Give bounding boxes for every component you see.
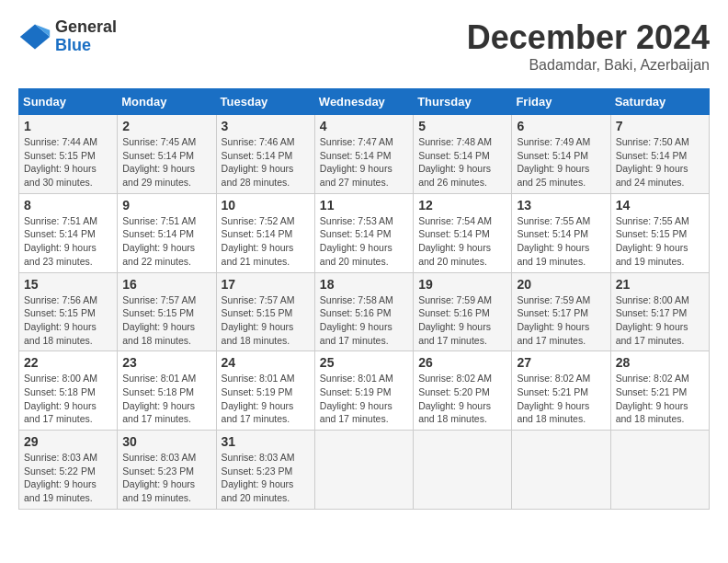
day-detail: Sunrise: 8:01 AM Sunset: 5:18 PM Dayligh… bbox=[122, 372, 210, 426]
table-row: 29 Sunrise: 8:03 AM Sunset: 5:22 PM Dayl… bbox=[19, 431, 118, 510]
day-detail: Sunrise: 8:01 AM Sunset: 5:19 PM Dayligh… bbox=[222, 372, 310, 426]
day-number: 10 bbox=[222, 198, 310, 213]
col-sunday: Sunday bbox=[19, 89, 118, 115]
calendar-week-row: 22 Sunrise: 8:00 AM Sunset: 5:18 PM Dayl… bbox=[19, 351, 710, 431]
day-number: 15 bbox=[24, 277, 112, 292]
day-number: 13 bbox=[517, 198, 605, 213]
day-detail: Sunrise: 8:02 AM Sunset: 5:21 PM Dayligh… bbox=[517, 372, 605, 426]
day-number: 16 bbox=[122, 277, 210, 292]
svg-marker-0 bbox=[20, 24, 50, 49]
day-detail: Sunrise: 7:55 AM Sunset: 5:15 PM Dayligh… bbox=[616, 214, 704, 269]
day-detail: Sunrise: 7:57 AM Sunset: 5:15 PM Dayligh… bbox=[222, 293, 310, 348]
table-row bbox=[314, 431, 413, 510]
day-number: 22 bbox=[24, 355, 112, 370]
day-number: 17 bbox=[222, 277, 310, 292]
table-row: 9 Sunrise: 7:51 AM Sunset: 5:14 PM Dayli… bbox=[118, 193, 216, 272]
day-number: 19 bbox=[418, 277, 506, 292]
day-number: 25 bbox=[320, 355, 408, 370]
day-detail: Sunrise: 7:47 AM Sunset: 5:14 PM Dayligh… bbox=[320, 135, 408, 190]
table-row: 25 Sunrise: 8:01 AM Sunset: 5:19 PM Dayl… bbox=[314, 351, 413, 431]
day-detail: Sunrise: 7:50 AM Sunset: 5:14 PM Dayligh… bbox=[616, 135, 704, 190]
table-row: 13 Sunrise: 7:55 AM Sunset: 5:14 PM Dayl… bbox=[512, 193, 610, 272]
table-row: 11 Sunrise: 7:53 AM Sunset: 5:14 PM Dayl… bbox=[314, 193, 413, 272]
calendar-week-row: 8 Sunrise: 7:51 AM Sunset: 5:14 PM Dayli… bbox=[19, 193, 710, 272]
table-row: 2 Sunrise: 7:45 AM Sunset: 5:14 PM Dayli… bbox=[118, 115, 216, 194]
day-number: 12 bbox=[418, 198, 506, 213]
table-row: 7 Sunrise: 7:50 AM Sunset: 5:14 PM Dayli… bbox=[610, 115, 709, 194]
day-detail: Sunrise: 7:45 AM Sunset: 5:14 PM Dayligh… bbox=[122, 135, 210, 190]
day-number: 26 bbox=[418, 355, 506, 370]
table-row bbox=[512, 431, 610, 510]
location-subtitle: Badamdar, Baki, Azerbaijan bbox=[467, 57, 710, 74]
day-detail: Sunrise: 7:56 AM Sunset: 5:15 PM Dayligh… bbox=[24, 293, 112, 348]
day-number: 7 bbox=[616, 119, 704, 133]
day-number: 21 bbox=[616, 277, 704, 292]
table-row: 14 Sunrise: 7:55 AM Sunset: 5:15 PM Dayl… bbox=[610, 193, 709, 272]
logo-icon bbox=[18, 20, 51, 53]
col-monday: Monday bbox=[118, 89, 216, 115]
table-row: 20 Sunrise: 7:59 AM Sunset: 5:17 PM Dayl… bbox=[512, 272, 610, 351]
day-number: 28 bbox=[616, 355, 704, 370]
day-detail: Sunrise: 7:51 AM Sunset: 5:14 PM Dayligh… bbox=[122, 214, 210, 269]
logo-general: General bbox=[55, 18, 117, 37]
table-row: 10 Sunrise: 7:52 AM Sunset: 5:14 PM Dayl… bbox=[216, 193, 314, 272]
day-detail: Sunrise: 8:02 AM Sunset: 5:20 PM Dayligh… bbox=[418, 372, 506, 426]
day-detail: Sunrise: 8:03 AM Sunset: 5:22 PM Dayligh… bbox=[24, 451, 112, 505]
table-row: 26 Sunrise: 8:02 AM Sunset: 5:20 PM Dayl… bbox=[414, 351, 512, 431]
table-row: 23 Sunrise: 8:01 AM Sunset: 5:18 PM Dayl… bbox=[118, 351, 216, 431]
day-detail: Sunrise: 7:53 AM Sunset: 5:14 PM Dayligh… bbox=[320, 214, 408, 269]
table-row: 22 Sunrise: 8:00 AM Sunset: 5:18 PM Dayl… bbox=[19, 351, 118, 431]
day-detail: Sunrise: 7:44 AM Sunset: 5:15 PM Dayligh… bbox=[24, 135, 112, 190]
calendar-header-row: Sunday Monday Tuesday Wednesday Thursday… bbox=[19, 89, 710, 115]
logo-text: General Blue bbox=[55, 18, 117, 55]
day-detail: Sunrise: 7:54 AM Sunset: 5:14 PM Dayligh… bbox=[418, 214, 506, 269]
table-row: 1 Sunrise: 7:44 AM Sunset: 5:15 PM Dayli… bbox=[19, 115, 118, 194]
col-wednesday: Wednesday bbox=[314, 89, 413, 115]
day-detail: Sunrise: 7:57 AM Sunset: 5:15 PM Dayligh… bbox=[122, 293, 210, 348]
title-section: December 2024 Badamdar, Baki, Azerbaijan bbox=[467, 18, 710, 74]
table-row: 15 Sunrise: 7:56 AM Sunset: 5:15 PM Dayl… bbox=[19, 272, 118, 351]
day-number: 2 bbox=[122, 119, 210, 133]
day-number: 30 bbox=[122, 434, 210, 449]
day-number: 9 bbox=[122, 198, 210, 213]
month-title: December 2024 bbox=[467, 18, 710, 57]
table-row bbox=[414, 431, 512, 510]
calendar-week-row: 29 Sunrise: 8:03 AM Sunset: 5:22 PM Dayl… bbox=[19, 431, 710, 510]
table-row: 4 Sunrise: 7:47 AM Sunset: 5:14 PM Dayli… bbox=[314, 115, 413, 194]
day-detail: Sunrise: 8:01 AM Sunset: 5:19 PM Dayligh… bbox=[320, 372, 408, 426]
day-detail: Sunrise: 8:00 AM Sunset: 5:18 PM Dayligh… bbox=[24, 372, 112, 426]
table-row: 31 Sunrise: 8:03 AM Sunset: 5:23 PM Dayl… bbox=[216, 431, 314, 510]
day-detail: Sunrise: 8:02 AM Sunset: 5:21 PM Dayligh… bbox=[616, 372, 704, 426]
table-row: 24 Sunrise: 8:01 AM Sunset: 5:19 PM Dayl… bbox=[216, 351, 314, 431]
table-row: 18 Sunrise: 7:58 AM Sunset: 5:16 PM Dayl… bbox=[314, 272, 413, 351]
table-row: 28 Sunrise: 8:02 AM Sunset: 5:21 PM Dayl… bbox=[610, 351, 709, 431]
day-detail: Sunrise: 8:00 AM Sunset: 5:17 PM Dayligh… bbox=[616, 293, 704, 348]
day-detail: Sunrise: 7:46 AM Sunset: 5:14 PM Dayligh… bbox=[222, 135, 310, 190]
day-number: 1 bbox=[24, 119, 112, 133]
table-row: 8 Sunrise: 7:51 AM Sunset: 5:14 PM Dayli… bbox=[19, 193, 118, 272]
day-detail: Sunrise: 8:03 AM Sunset: 5:23 PM Dayligh… bbox=[222, 451, 310, 505]
day-detail: Sunrise: 7:58 AM Sunset: 5:16 PM Dayligh… bbox=[320, 293, 408, 348]
day-number: 31 bbox=[222, 434, 310, 449]
table-row: 30 Sunrise: 8:03 AM Sunset: 5:23 PM Dayl… bbox=[118, 431, 216, 510]
table-row: 27 Sunrise: 8:02 AM Sunset: 5:21 PM Dayl… bbox=[512, 351, 610, 431]
table-row: 16 Sunrise: 7:57 AM Sunset: 5:15 PM Dayl… bbox=[118, 272, 216, 351]
day-detail: Sunrise: 7:52 AM Sunset: 5:14 PM Dayligh… bbox=[222, 214, 310, 269]
day-detail: Sunrise: 7:49 AM Sunset: 5:14 PM Dayligh… bbox=[517, 135, 605, 190]
day-detail: Sunrise: 8:03 AM Sunset: 5:23 PM Dayligh… bbox=[122, 451, 210, 505]
day-detail: Sunrise: 7:59 AM Sunset: 5:17 PM Dayligh… bbox=[517, 293, 605, 348]
day-number: 18 bbox=[320, 277, 408, 292]
table-row: 3 Sunrise: 7:46 AM Sunset: 5:14 PM Dayli… bbox=[216, 115, 314, 194]
day-number: 20 bbox=[517, 277, 605, 292]
col-saturday: Saturday bbox=[610, 89, 709, 115]
table-row bbox=[610, 431, 709, 510]
calendar-week-row: 15 Sunrise: 7:56 AM Sunset: 5:15 PM Dayl… bbox=[19, 272, 710, 351]
day-number: 4 bbox=[320, 119, 408, 133]
col-tuesday: Tuesday bbox=[216, 89, 314, 115]
day-number: 6 bbox=[517, 119, 605, 133]
logo-blue: Blue bbox=[55, 37, 117, 55]
day-number: 11 bbox=[320, 198, 408, 213]
day-number: 3 bbox=[222, 119, 310, 133]
day-number: 8 bbox=[24, 198, 112, 213]
calendar-week-row: 1 Sunrise: 7:44 AM Sunset: 5:15 PM Dayli… bbox=[19, 115, 710, 194]
